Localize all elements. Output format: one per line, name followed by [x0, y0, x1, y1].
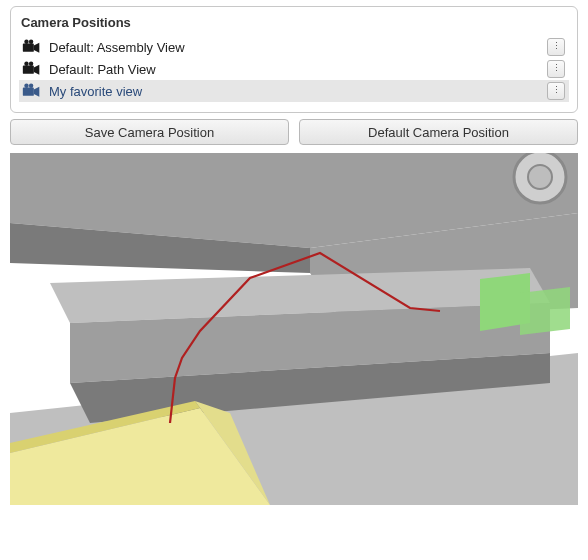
camera-icon — [21, 82, 43, 100]
svg-rect-8 — [23, 87, 34, 95]
save-camera-button[interactable]: Save Camera Position — [10, 119, 289, 145]
3d-viewport[interactable] — [10, 153, 578, 505]
svg-marker-9 — [34, 86, 40, 96]
camera-row-menu-button[interactable]: ⋮ — [547, 60, 565, 78]
camera-row-assembly[interactable]: Default: Assembly View ⋮ — [19, 36, 569, 58]
camera-label: Default: Path View — [49, 62, 541, 77]
camera-label: Default: Assembly View — [49, 40, 541, 55]
kebab-icon: ⋮ — [552, 42, 561, 51]
kebab-icon: ⋮ — [552, 86, 561, 95]
button-row: Save Camera Position Default Camera Posi… — [10, 119, 578, 145]
svg-marker-23 — [520, 287, 570, 335]
svg-point-3 — [29, 39, 33, 43]
camera-row-menu-button[interactable]: ⋮ — [547, 38, 565, 56]
svg-point-7 — [29, 61, 33, 65]
default-camera-button[interactable]: Default Camera Position — [299, 119, 578, 145]
camera-positions-panel: Camera Positions Default: Assembly View … — [10, 6, 578, 113]
camera-row-menu-button[interactable]: ⋮ — [547, 82, 565, 100]
svg-rect-0 — [23, 43, 34, 51]
svg-point-6 — [24, 61, 28, 65]
panel-title: Camera Positions — [19, 13, 569, 36]
svg-point-11 — [29, 83, 33, 87]
svg-point-2 — [24, 39, 28, 43]
scene-render — [10, 153, 578, 505]
svg-point-18 — [528, 165, 552, 189]
kebab-icon: ⋮ — [552, 64, 561, 73]
camera-icon — [21, 38, 43, 56]
svg-marker-5 — [34, 64, 40, 74]
svg-rect-4 — [23, 65, 34, 73]
svg-marker-1 — [34, 42, 40, 52]
camera-row-path[interactable]: Default: Path View ⋮ — [19, 58, 569, 80]
svg-point-10 — [24, 83, 28, 87]
camera-list: Default: Assembly View ⋮ Default: Path V… — [19, 36, 569, 102]
camera-row-favorite[interactable]: My favorite view ⋮ — [19, 80, 569, 102]
camera-label: My favorite view — [49, 84, 541, 99]
camera-icon — [21, 60, 43, 78]
